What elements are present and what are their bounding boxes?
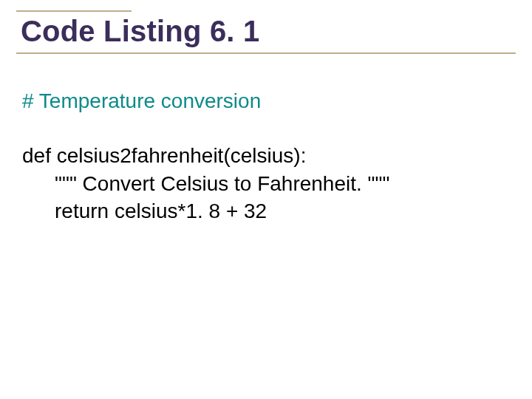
title-block: Code Listing 6. 1 [16,10,516,54]
title-rule-bottom [16,52,516,54]
code-comment: # Temperature conversion [22,87,502,115]
code-line-docstring: """ Convert Celsius to Fahrenheit. """ [22,170,502,198]
code-line-def: def celsius2fahrenheit(celsius): [22,142,502,170]
code-line-return: return celsius*1. 8 + 32 [22,197,502,225]
slide-title: Code Listing 6. 1 [16,12,516,52]
slide: Code Listing 6. 1 # Temperature conversi… [0,0,532,399]
slide-body: # Temperature conversion def celsius2fah… [22,87,502,225]
